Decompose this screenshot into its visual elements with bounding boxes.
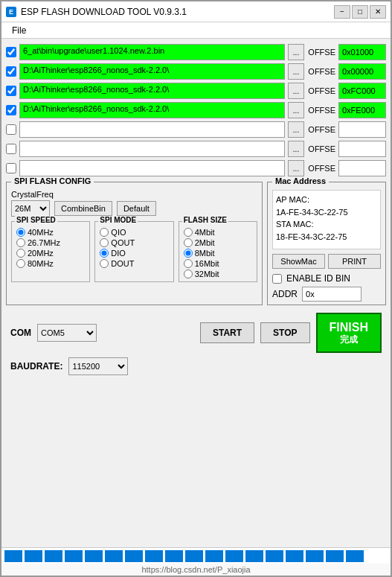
offset-label-5: OFFSE [307,125,335,134]
progress-block [225,550,243,562]
offset-input-5[interactable] [338,121,386,138]
maximize-button[interactable]: □ [352,5,368,19]
file-checkbox-1[interactable] [6,47,16,57]
flash-4mbit[interactable]: 4Mbit [184,228,252,237]
addr-label: ADDR [272,289,298,299]
progress-block [65,550,83,562]
offset-label-7: OFFSE [307,164,335,173]
ap-mac-label: AP MAC: [276,194,377,206]
main-content: 6_at\bin\upgrade\user1.1024.new.2.bin ..… [1,39,391,547]
progress-block [306,550,324,562]
file-checkbox-7[interactable] [6,163,16,173]
spi-speed-20mhz[interactable]: 20MHz [16,249,85,258]
progress-block [165,550,183,562]
progress-block [45,550,62,562]
spi-speed-26mhz[interactable]: 26.7MHz [16,238,85,247]
mac-address-section: Mac Address AP MAC: 1A-FE-34-3C-22-75 ST… [267,182,386,305]
file-table: 6_at\bin\upgrade\user1.1024.new.2.bin ..… [6,43,386,177]
spi-mode-title: SPI MODE [98,216,138,224]
window-title: ESP FLASH DOWNLOAD TOOL V0.9.3.1 [21,7,187,17]
spi-flash-config: SPI FLASH CONFIG CrystalFreq 26M 40M 80M… [6,182,263,305]
offset-label-6: OFFSE [307,144,335,153]
progress-block [205,550,223,562]
file-path-1[interactable]: 6_at\bin\upgrade\user1.1024.new.2.bin [19,44,285,60]
offset-input-2[interactable] [338,63,386,80]
offset-input-1[interactable] [338,44,386,60]
file-checkbox-5[interactable] [6,124,16,135]
file-row: D:\AiThinker\esp8266_nonos_sdk-2.2.0\ ..… [6,63,386,80]
file-browse-7[interactable]: ... [288,160,304,176]
file-browse-2[interactable]: ... [288,63,304,80]
file-browse-6[interactable]: ... [288,141,304,157]
spi-mode-dio[interactable]: DIO [100,249,168,258]
spi-speed-40mhz[interactable]: 40MHz [16,228,85,237]
spi-config-title: SPI FLASH CONFIG [11,176,94,185]
file-browse-4[interactable]: ... [288,102,304,118]
file-browse-1[interactable]: ... [288,44,304,60]
spi-mode-dout[interactable]: DOUT [100,259,168,268]
file-browse-5[interactable]: ... [288,121,304,138]
minimize-button[interactable]: − [334,5,350,19]
app-icon: E [6,7,16,17]
flash-32mbit-label: 32Mbit [195,270,219,278]
spi-sub-groups: SPI SPEED 40MHz 26.7MHz 20MHz [11,221,257,282]
spi-mode-qio-label: QIO [111,228,126,237]
progress-bar [1,547,391,564]
file-path-6[interactable] [19,141,285,157]
enable-id-bin-checkbox[interactable] [272,274,282,284]
mac-content: AP MAC: 1A-FE-34-3C-22-75 STA MAC: 18-FE… [272,190,381,249]
file-checkbox-3[interactable] [6,86,16,96]
addr-input[interactable] [302,287,362,302]
offset-input-4[interactable] [338,102,386,118]
ap-mac-value: 1A-FE-34-3C-22-75 [276,206,377,219]
flash-2mbit[interactable]: 2Mbit [184,238,252,247]
file-row: D:\AiThinker\esp8266_nonos_sdk-2.2.0\ ..… [6,82,386,100]
show-mac-button[interactable]: ShowMac [272,254,325,269]
file-path-2[interactable]: D:\AiThinker\esp8266_nonos_sdk-2.2.0\ [19,63,285,80]
offset-label-4: OFFSE [307,106,335,115]
flash-32mbit[interactable]: 32Mbit [184,270,252,278]
baud-label: BAUDRATE: [10,361,62,372]
offset-label-1: OFFSE [307,48,335,57]
file-path-3[interactable]: D:\AiThinker\esp8266_nonos_sdk-2.2.0\ [19,83,285,99]
print-button[interactable]: PRINT [328,254,381,269]
spi-speed-title: SPI SPEED [15,216,57,224]
offset-input-3[interactable] [338,83,386,99]
file-path-7[interactable] [19,160,285,176]
spi-mode-qout-label: QOUT [111,238,135,247]
default-button[interactable]: Default [117,201,156,216]
flash-16mbit[interactable]: 16Mbit [184,259,252,268]
file-browse-3[interactable]: ... [288,83,304,99]
start-button[interactable]: START [200,322,254,343]
file-checkbox-6[interactable] [6,144,16,154]
crystal-freq-select[interactable]: 26M 40M 80M [11,200,50,217]
title-bar-left: E ESP FLASH DOWNLOAD TOOL V0.9.3.1 [6,7,187,17]
menu-file[interactable]: File [6,24,32,37]
progress-block [105,550,123,562]
file-checkbox-2[interactable] [6,66,16,77]
progress-block [266,550,283,562]
file-checkbox-4[interactable] [6,105,16,115]
spi-mode-qio[interactable]: QIO [100,228,168,237]
file-row: D:\AiThinker\esp8266_nonos_sdk-2.2.0\ ..… [6,101,386,119]
progress-block [326,550,344,562]
com-select[interactable]: COM1 COM2 COM3 COM4 COM5 [37,324,97,342]
finish-label: FINISH [330,320,368,334]
menu-bar: File [1,22,391,39]
stop-button[interactable]: STOP [260,322,309,343]
spi-speed-80mhz[interactable]: 80MHz [16,259,85,268]
progress-block [125,550,143,562]
baud-select[interactable]: 9600 19200 38400 57600 115200 230400 [68,357,128,375]
progress-block [85,550,103,562]
flash-8mbit[interactable]: 8Mbit [184,249,252,258]
spi-mode-qout[interactable]: QOUT [100,238,168,247]
offset-input-6[interactable] [338,141,386,157]
file-path-4[interactable]: D:\AiThinker\esp8266_nonos_sdk-2.2.0\ [19,102,285,118]
finish-button[interactable]: FINISH 完成 [316,313,382,353]
file-row: ... OFFSE [6,121,386,138]
offset-input-7[interactable] [338,160,386,176]
close-button[interactable]: ✕ [370,5,386,19]
file-path-5[interactable] [19,121,285,138]
progress-block [346,550,364,562]
combine-bin-button[interactable]: CombineBin [54,201,112,216]
